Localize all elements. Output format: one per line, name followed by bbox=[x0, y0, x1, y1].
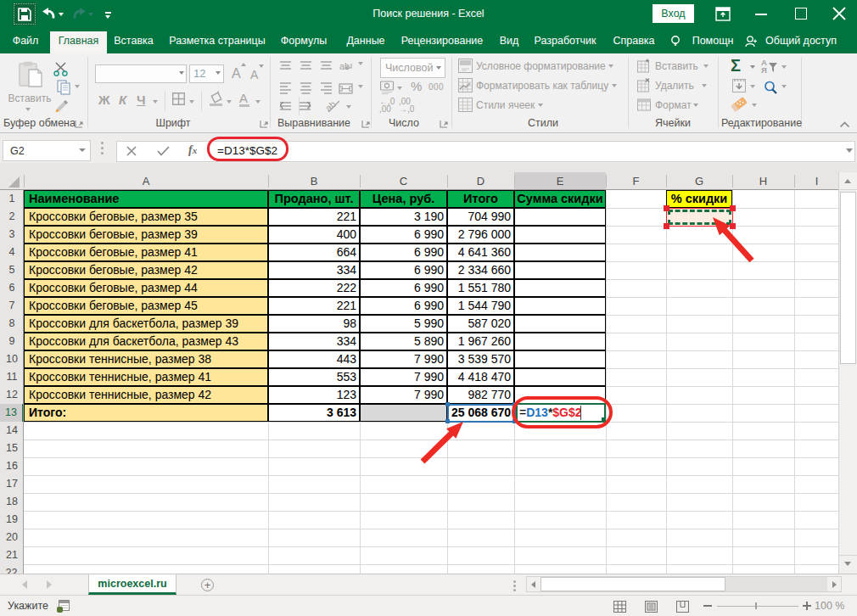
svg-text:ab: ab bbox=[323, 98, 338, 113]
svg-text:ab: ab bbox=[339, 61, 350, 71]
